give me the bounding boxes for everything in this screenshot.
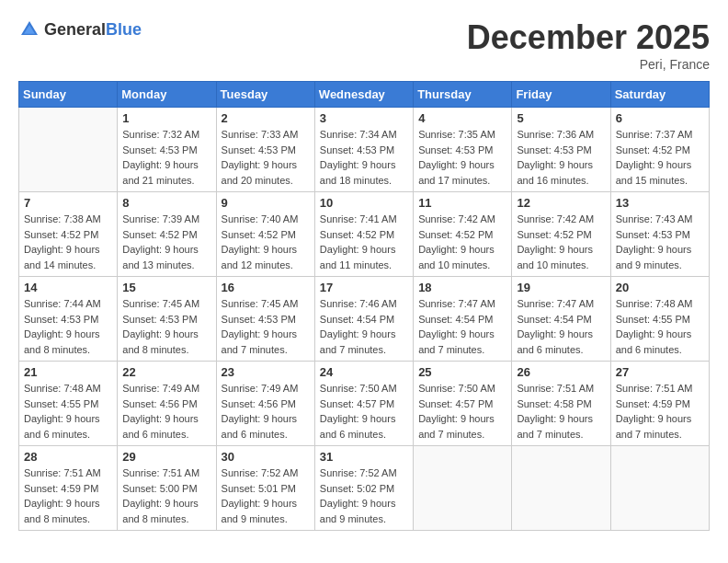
day-number: 18	[418, 281, 506, 294]
day-info: Sunrise: 7:37 AMSunset: 4:52 PMDaylight:…	[616, 127, 704, 188]
calendar-day: 25 Sunrise: 7:50 AMSunset: 4:57 PMDaylig…	[414, 362, 512, 446]
day-info: Sunrise: 7:46 AMSunset: 4:54 PMDaylight:…	[320, 296, 408, 357]
day-info: Sunrise: 7:41 AMSunset: 4:52 PMDaylight:…	[320, 212, 408, 272]
calendar-week-5: 28 Sunrise: 7:51 AMSunset: 4:59 PMDaylig…	[19, 446, 710, 531]
day-info: Sunrise: 7:44 AMSunset: 4:53 PMDaylight:…	[24, 296, 112, 357]
col-tuesday: Tuesday	[216, 82, 314, 108]
calendar-day: 22 Sunrise: 7:49 AMSunset: 4:56 PMDaylig…	[118, 362, 216, 446]
day-info: Sunrise: 7:51 AMSunset: 4:59 PMDaylight:…	[24, 465, 112, 526]
calendar-day: 28 Sunrise: 7:51 AMSunset: 4:59 PMDaylig…	[19, 446, 118, 531]
day-number: 22	[122, 365, 210, 379]
calendar-day: 9 Sunrise: 7:40 AMSunset: 4:52 PMDayligh…	[216, 192, 314, 277]
calendar-day: 3 Sunrise: 7:34 AMSunset: 4:53 PMDayligh…	[314, 108, 413, 192]
day-info: Sunrise: 7:43 AMSunset: 4:53 PMDaylight:…	[616, 212, 704, 272]
col-thursday: Thursday	[414, 82, 512, 108]
day-number: 23	[222, 365, 310, 379]
day-info: Sunrise: 7:33 AMSunset: 4:53 PMDaylight:…	[222, 127, 310, 188]
calendar-day: 27 Sunrise: 7:51 AMSunset: 4:59 PMDaylig…	[610, 362, 709, 446]
calendar-table: Sunday Monday Tuesday Wednesday Thursday…	[18, 81, 710, 531]
day-number: 28	[24, 450, 112, 464]
calendar-day	[19, 108, 118, 192]
day-number: 29	[122, 450, 210, 464]
day-number: 16	[222, 281, 310, 294]
day-number: 14	[24, 281, 112, 294]
title-area: December 2025 Peri, France	[467, 18, 710, 72]
logo: GeneralBlue	[18, 18, 142, 40]
day-number: 20	[616, 281, 704, 294]
day-info: Sunrise: 7:45 AMSunset: 4:53 PMDaylight:…	[222, 296, 310, 357]
calendar-day	[414, 446, 512, 531]
col-friday: Friday	[512, 82, 610, 108]
day-number: 19	[517, 281, 605, 294]
day-number: 8	[122, 196, 210, 210]
location: Peri, France	[467, 57, 710, 72]
logo-blue-text: Blue	[106, 20, 142, 39]
day-info: Sunrise: 7:36 AMSunset: 4:53 PMDaylight:…	[517, 127, 605, 188]
day-info: Sunrise: 7:42 AMSunset: 4:52 PMDaylight:…	[418, 212, 506, 272]
calendar-day: 14 Sunrise: 7:44 AMSunset: 4:53 PMDaylig…	[19, 277, 118, 362]
calendar-day	[512, 446, 610, 531]
day-info: Sunrise: 7:52 AMSunset: 5:01 PMDaylight:…	[222, 465, 310, 526]
calendar-day: 13 Sunrise: 7:43 AMSunset: 4:53 PMDaylig…	[610, 192, 709, 277]
calendar-day: 31 Sunrise: 7:52 AMSunset: 5:02 PMDaylig…	[314, 446, 413, 531]
day-number: 13	[616, 196, 704, 210]
day-number: 2	[222, 111, 310, 125]
day-info: Sunrise: 7:50 AMSunset: 4:57 PMDaylight:…	[320, 381, 408, 442]
day-info: Sunrise: 7:50 AMSunset: 4:57 PMDaylight:…	[418, 381, 506, 442]
calendar-week-3: 14 Sunrise: 7:44 AMSunset: 4:53 PMDaylig…	[19, 277, 710, 362]
day-number: 10	[320, 196, 408, 210]
day-number: 27	[616, 365, 704, 379]
day-info: Sunrise: 7:48 AMSunset: 4:55 PMDaylight:…	[616, 296, 704, 357]
day-info: Sunrise: 7:35 AMSunset: 4:53 PMDaylight:…	[418, 127, 506, 188]
calendar-day: 1 Sunrise: 7:32 AMSunset: 4:53 PMDayligh…	[118, 108, 216, 192]
day-number: 15	[122, 281, 210, 294]
calendar-day: 23 Sunrise: 7:49 AMSunset: 4:56 PMDaylig…	[216, 362, 314, 446]
calendar-week-1: 1 Sunrise: 7:32 AMSunset: 4:53 PMDayligh…	[19, 108, 710, 192]
calendar-day: 20 Sunrise: 7:48 AMSunset: 4:55 PMDaylig…	[610, 277, 709, 362]
calendar-day: 26 Sunrise: 7:51 AMSunset: 4:58 PMDaylig…	[512, 362, 610, 446]
day-number: 12	[517, 196, 605, 210]
calendar-day: 7 Sunrise: 7:38 AMSunset: 4:52 PMDayligh…	[19, 192, 118, 277]
calendar-day: 30 Sunrise: 7:52 AMSunset: 5:01 PMDaylig…	[216, 446, 314, 531]
page-header: GeneralBlue December 2025 Peri, France	[18, 18, 710, 72]
calendar-day: 6 Sunrise: 7:37 AMSunset: 4:52 PMDayligh…	[610, 108, 709, 192]
calendar-day: 18 Sunrise: 7:47 AMSunset: 4:54 PMDaylig…	[414, 277, 512, 362]
day-number: 3	[320, 111, 408, 125]
day-number: 7	[24, 196, 112, 210]
logo-icon	[18, 18, 40, 40]
calendar-day: 5 Sunrise: 7:36 AMSunset: 4:53 PMDayligh…	[512, 108, 610, 192]
day-info: Sunrise: 7:34 AMSunset: 4:53 PMDaylight:…	[320, 127, 408, 188]
day-number: 6	[616, 111, 704, 125]
day-info: Sunrise: 7:52 AMSunset: 5:02 PMDaylight:…	[320, 465, 408, 526]
calendar-day: 19 Sunrise: 7:47 AMSunset: 4:54 PMDaylig…	[512, 277, 610, 362]
day-info: Sunrise: 7:51 AMSunset: 5:00 PMDaylight:…	[122, 465, 210, 526]
col-sunday: Sunday	[19, 82, 118, 108]
day-number: 5	[517, 111, 605, 125]
day-info: Sunrise: 7:51 AMSunset: 4:58 PMDaylight:…	[517, 381, 605, 442]
day-number: 1	[122, 111, 210, 125]
day-number: 26	[517, 365, 605, 379]
day-info: Sunrise: 7:40 AMSunset: 4:52 PMDaylight:…	[222, 212, 310, 272]
calendar-day: 11 Sunrise: 7:42 AMSunset: 4:52 PMDaylig…	[414, 192, 512, 277]
calendar-week-4: 21 Sunrise: 7:48 AMSunset: 4:55 PMDaylig…	[19, 362, 710, 446]
day-number: 17	[320, 281, 408, 294]
day-info: Sunrise: 7:51 AMSunset: 4:59 PMDaylight:…	[616, 381, 704, 442]
calendar-day: 12 Sunrise: 7:42 AMSunset: 4:52 PMDaylig…	[512, 192, 610, 277]
calendar-day: 17 Sunrise: 7:46 AMSunset: 4:54 PMDaylig…	[314, 277, 413, 362]
calendar-day: 2 Sunrise: 7:33 AMSunset: 4:53 PMDayligh…	[216, 108, 314, 192]
calendar-day: 4 Sunrise: 7:35 AMSunset: 4:53 PMDayligh…	[414, 108, 512, 192]
day-info: Sunrise: 7:39 AMSunset: 4:52 PMDaylight:…	[122, 212, 210, 272]
day-number: 24	[320, 365, 408, 379]
day-info: Sunrise: 7:49 AMSunset: 4:56 PMDaylight:…	[222, 381, 310, 442]
day-number: 21	[24, 365, 112, 379]
day-number: 25	[418, 365, 506, 379]
day-info: Sunrise: 7:47 AMSunset: 4:54 PMDaylight:…	[418, 296, 506, 357]
calendar-week-2: 7 Sunrise: 7:38 AMSunset: 4:52 PMDayligh…	[19, 192, 710, 277]
col-wednesday: Wednesday	[314, 82, 413, 108]
day-info: Sunrise: 7:47 AMSunset: 4:54 PMDaylight:…	[517, 296, 605, 357]
day-info: Sunrise: 7:38 AMSunset: 4:52 PMDaylight:…	[24, 212, 112, 272]
day-number: 9	[222, 196, 310, 210]
day-info: Sunrise: 7:49 AMSunset: 4:56 PMDaylight:…	[122, 381, 210, 442]
day-number: 4	[418, 111, 506, 125]
day-number: 30	[222, 450, 310, 464]
